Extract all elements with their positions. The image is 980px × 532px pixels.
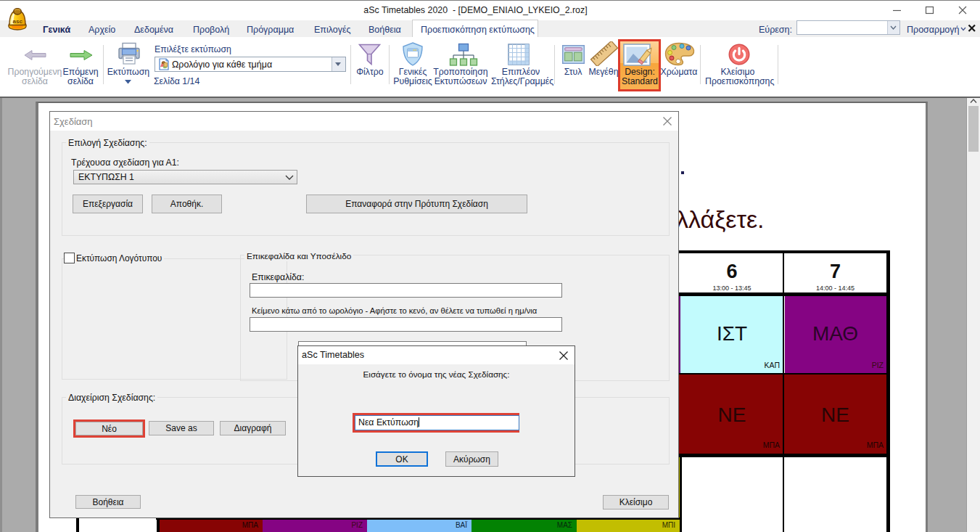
svg-text:asc: asc bbox=[13, 18, 23, 25]
